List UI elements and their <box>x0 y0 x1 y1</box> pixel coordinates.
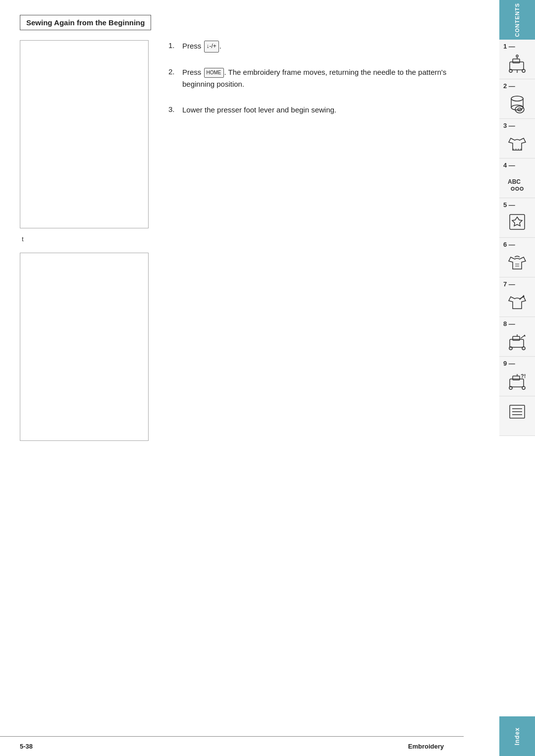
sidebar-index-label: Index <box>514 727 521 745</box>
key-home: HOME <box>204 68 224 78</box>
left-column: t <box>20 40 159 441</box>
step-2-text: Press HOME. The embroidery frame moves, … <box>182 66 480 90</box>
main-content: Sewing Again from the Beginning t 1. Pre… <box>0 0 499 756</box>
tab-1-number: 1 — <box>499 43 515 50</box>
steps-column: 1. Press ↓-/+. 2. Press HOME. The embroi… <box>159 40 480 441</box>
svg-rect-25 <box>513 336 520 340</box>
image-box-label: t <box>20 233 159 243</box>
key-minus-plus: ↓-/+ <box>204 41 219 52</box>
sidebar-tab-list[interactable] <box>499 396 535 436</box>
sidebar-tab-9[interactable]: 9 — ?! <box>499 357 535 396</box>
sidebar-tab-2[interactable]: 2 — <box>499 79 535 119</box>
svg-point-16 <box>516 187 519 190</box>
footer-chapter: Embroidery <box>408 743 444 750</box>
sidebar-tab-3[interactable]: 3 — <box>499 119 535 159</box>
image-box-1 <box>20 40 149 228</box>
tab-2-number: 2 — <box>499 82 515 90</box>
sidebar-tab-8[interactable]: 8 — <box>499 317 535 357</box>
svg-text:?!: ?! <box>521 373 526 379</box>
tab-3-number: 3 — <box>499 122 515 129</box>
list-icon <box>505 399 530 424</box>
step-1: 1. Press ↓-/+. <box>168 40 480 53</box>
footer: 5-38 Embroidery <box>0 736 464 756</box>
shirt-stitch-icon <box>505 130 530 155</box>
svg-point-17 <box>520 187 523 190</box>
sidebar-tab-1[interactable]: 1 — <box>499 40 535 79</box>
abc-embroidery-icon: ABC <box>505 170 530 195</box>
tab-5-number: 5 — <box>499 201 515 209</box>
step-3-number: 3. <box>168 104 182 113</box>
step-2-number: 2. <box>168 66 182 76</box>
content-area: t 1. Press ↓-/+. 2. Press HOME. The embr… <box>20 40 480 441</box>
tab-6-number: 6 — <box>499 241 515 248</box>
pattern-icon <box>505 210 530 234</box>
machine-8-icon <box>505 328 530 353</box>
section-title: Sewing Again from the Beginning <box>20 15 480 40</box>
tab-4-number: 4 — <box>499 162 515 169</box>
sidebar-tab-4[interactable]: 4 — ABC <box>499 159 535 198</box>
image-box-2 <box>20 253 149 441</box>
sewing-machine-1-icon <box>505 51 530 76</box>
step-3-text: Lower the presser foot lever and begin s… <box>182 104 480 116</box>
step-3: 3. Lower the presser foot lever and begi… <box>168 104 480 116</box>
tab-8-number: 8 — <box>499 320 515 327</box>
step-1-text: Press ↓-/+. <box>182 40 480 53</box>
svg-marker-19 <box>512 217 522 226</box>
svg-marker-28 <box>524 334 526 336</box>
svg-rect-1 <box>513 59 520 63</box>
tab-7-number: 7 — <box>499 280 515 288</box>
sidebar-tab-7[interactable]: 7 — <box>499 277 535 317</box>
sidebar: CONTENTS 1 — 2 — <box>499 0 535 756</box>
sidebar-tab-6[interactable]: 6 — <box>499 238 535 277</box>
bobbin-icon <box>505 91 530 115</box>
sidebar-tab-5[interactable]: 5 — <box>499 198 535 238</box>
step-2: 2. Press HOME. The embroidery frame move… <box>168 66 480 90</box>
footer-page: 5-38 <box>20 743 33 750</box>
step-1-number: 1. <box>168 40 182 50</box>
machine-9-icon: ?! <box>505 368 530 393</box>
svg-point-7 <box>511 96 523 101</box>
svg-text:ABC: ABC <box>508 178 521 185</box>
svg-point-3 <box>516 55 518 57</box>
svg-marker-23 <box>523 295 525 297</box>
embroidery-7-icon <box>505 289 530 314</box>
section-title-text: Sewing Again from the Beginning <box>20 15 151 30</box>
sidebar-contents-label: CONTENTS <box>514 3 520 37</box>
svg-point-15 <box>511 187 514 190</box>
sidebar-contents-tab[interactable]: CONTENTS <box>499 0 535 40</box>
shirt-6-icon <box>505 249 530 274</box>
tab-9-number: 9 — <box>499 360 515 367</box>
sidebar-index-tab[interactable]: Index <box>499 716 535 756</box>
svg-rect-32 <box>513 376 520 380</box>
